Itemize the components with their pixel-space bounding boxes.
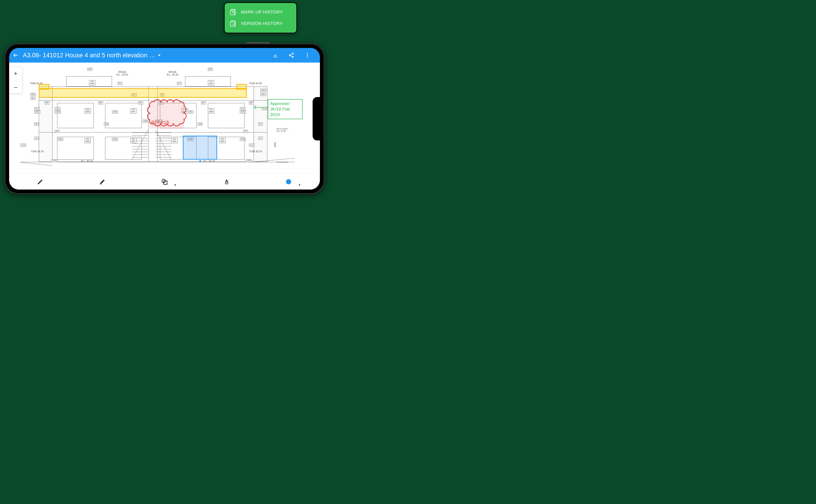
- shape-tool[interactable]: [133, 174, 196, 190]
- tow-bottom-left: TOW 35.70: [31, 150, 44, 153]
- svg-point-13: [286, 179, 291, 184]
- share-button[interactable]: [288, 52, 294, 58]
- label-gb-2: GB: [198, 123, 202, 126]
- phone-frame: A3.08- 141012 House 4 and 5 north elevat…: [5, 43, 324, 194]
- phone-power-button: [247, 42, 270, 43]
- zoom-in-button[interactable]: +: [9, 67, 22, 80]
- label-cr2-f: CR2: [112, 138, 118, 141]
- markup-history-label: MARK UP HISTORY: [241, 10, 283, 15]
- color-picker-expand-icon: [298, 184, 300, 185]
- label-al1-r: AL1: [262, 107, 267, 110]
- label-cl-r: CL: [258, 137, 263, 140]
- label-al1-a: AL1: [55, 107, 60, 110]
- label-pf-a: PF: [55, 130, 59, 133]
- label-mf-2: MF: [208, 68, 213, 71]
- markup-cloud-label[interactable]: RFI #15: [151, 120, 169, 126]
- svg-point-10: [307, 56, 308, 57]
- level1-label: H4-5 Level 1: [276, 161, 288, 163]
- phone-screen: A3.08- 141012 House 4 and 5 north elevat…: [9, 48, 320, 190]
- text-tool[interactable]: [196, 174, 258, 190]
- label-dp-1: DP: [45, 101, 49, 104]
- label-cr2-d: CR2: [240, 111, 246, 113]
- label-pf-r: PF: [258, 123, 263, 126]
- markup-toolbar: [9, 174, 320, 190]
- document-title-dropdown[interactable]: A3.08- 141012 House 4 and 5 north elevat…: [23, 52, 161, 59]
- label-sc: SC: [31, 97, 35, 100]
- label-dp-6: DP: [249, 101, 254, 104]
- label-h4w08: H4 W08: [208, 108, 214, 113]
- label-gb-1: GB: [104, 123, 109, 126]
- svg-text:V3: V3: [231, 23, 234, 25]
- label-cr2-h: CR2: [240, 138, 246, 141]
- tow-bottom-right: TOW 35.70: [249, 150, 262, 153]
- ridge-label-2: RIDGE R.L. 42.82: [167, 71, 178, 76]
- phone-notch: [312, 97, 320, 140]
- label-h5w15: H5 W15: [89, 80, 95, 85]
- label-h5w08: H5 W08: [85, 108, 91, 113]
- version-history-item[interactable]: V3 VERSION HISTORY: [230, 18, 291, 29]
- label-h5w01: H5 W01: [130, 138, 136, 143]
- label-cr2-e: CR2: [57, 138, 63, 141]
- label-al1-l: AL1: [34, 107, 40, 110]
- label-cl-l: CL: [34, 137, 39, 140]
- label-al2-r: AL2: [249, 144, 254, 147]
- label-mf-1: MF: [87, 68, 92, 71]
- ridge-label-1: RIDGE R.L. 42.82: [116, 71, 128, 76]
- label-dp-3: DP: [138, 101, 143, 104]
- download-button[interactable]: [272, 52, 278, 58]
- highlighter-tool[interactable]: [71, 174, 133, 190]
- label-cr2-b: CR2: [112, 111, 118, 113]
- markup-rectangle[interactable]: [183, 136, 217, 160]
- label-al2-l: AL2: [21, 144, 26, 147]
- label-h5w02: H5 W02: [85, 138, 91, 143]
- document-title: A3.08- 141012 House 4 and 5 north elevat…: [23, 52, 155, 59]
- back-button[interactable]: [13, 52, 19, 58]
- pen-tool[interactable]: [9, 174, 71, 190]
- label-fc-2: FC: [177, 82, 182, 85]
- level2-label: H4-5 Level 2 FFL 37.95: [276, 128, 288, 132]
- markup-history-item[interactable]: MARK UP HISTORY: [230, 7, 291, 17]
- color-picker-tool[interactable]: [258, 174, 320, 190]
- markup-callout[interactable]: Approved - JK/10 Feb 2019: [268, 99, 302, 119]
- svg-point-9: [307, 55, 308, 56]
- label-pf-b: PF: [243, 130, 248, 133]
- svg-point-8: [307, 53, 308, 54]
- label-h4w15: H4 W15: [208, 80, 214, 85]
- markup-rectangle-handle[interactable]: [199, 160, 201, 162]
- tow-right: TOW 42.00: [249, 82, 262, 85]
- version-history-icon: V3: [230, 20, 237, 27]
- shape-tool-expand-icon: [174, 184, 176, 185]
- label-cr2-l: CR2: [34, 111, 40, 113]
- markup-cloud[interactable]: [147, 99, 186, 131]
- label-h4w02: H4 W02: [219, 138, 225, 143]
- label-mg-r: MG: [260, 93, 266, 96]
- label-dp-2: DP: [98, 101, 103, 104]
- zoom-controls: + –: [9, 67, 22, 94]
- history-popup: MARK UP HISTORY V3 VERSION HISTORY: [224, 2, 297, 33]
- label-h4w01: H4 W01: [171, 138, 177, 143]
- label-al1-d: AL1: [240, 107, 245, 110]
- label-cr2-c: CR2: [187, 111, 193, 113]
- chevron-down-icon: [158, 55, 161, 56]
- drawing-canvas[interactable]: + –: [9, 63, 320, 174]
- markup-highlight[interactable]: [39, 88, 247, 98]
- label-h5w07: H5 W07: [130, 108, 136, 113]
- markup-callout-leader: [255, 107, 268, 108]
- dim-3150: 3150: [274, 142, 276, 147]
- label-fc-1: FC: [118, 82, 122, 85]
- label-cr1-r: CR1: [260, 89, 266, 92]
- more-menu-button[interactable]: [304, 52, 310, 58]
- label-mg-l: MG: [31, 93, 36, 96]
- zoom-out-button[interactable]: –: [9, 80, 22, 93]
- markup-history-icon: [230, 8, 237, 16]
- label-pf-l: PF: [34, 123, 39, 126]
- app-header: A3.08- 141012 House 4 and 5 north elevat…: [9, 48, 320, 63]
- version-history-label: VERSION HISTORY: [241, 21, 283, 26]
- label-cr2-a: CR2: [55, 111, 61, 113]
- label-dp-5: DP: [201, 101, 206, 104]
